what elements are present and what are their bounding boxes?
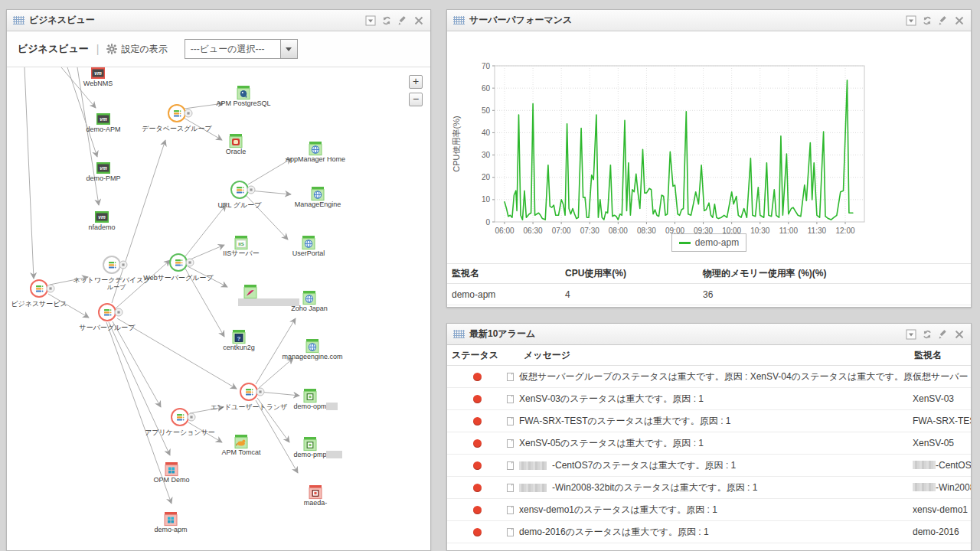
node-database-group[interactable]: データベースグループ bbox=[142, 105, 212, 132]
critical-status-icon bbox=[473, 373, 482, 381]
node-server-group[interactable]: サーバーグループ bbox=[79, 304, 136, 331]
summary-header-row: 監視名 CPU使用率(%) 物理的メモリー使用率 (%)(%) bbox=[447, 263, 971, 284]
node-centkun2g[interactable]: ?centkun2g bbox=[223, 330, 255, 351]
drag-handle-icon[interactable] bbox=[13, 16, 24, 24]
summary-monitor-name[interactable]: demo-apm bbox=[452, 289, 565, 300]
close-icon[interactable] bbox=[413, 15, 424, 26]
node-network-device-group[interactable]: ネットワークデバイスグループ bbox=[73, 256, 151, 291]
topology-canvas: vmWebNMSvmdemo-APMvmdemo-PMPvmnfademoデータ… bbox=[7, 67, 430, 550]
refresh-icon[interactable] bbox=[922, 15, 933, 26]
node-enduser-transaction[interactable]: エンドユーザートランザ bbox=[211, 383, 288, 411]
node-iis-server[interactable]: IISIISサーバー bbox=[223, 236, 259, 257]
node-url-group[interactable]: URL グループ bbox=[218, 181, 263, 209]
alarm-row[interactable]: -Win2008-32bitのステータスは重大です。原因 : 1-Win2008 bbox=[447, 477, 971, 499]
alarm-row[interactable]: demo-2016のステータスは重大です。原因 : 1demo-2016 bbox=[447, 521, 971, 543]
y-tick-label: 60 bbox=[482, 84, 491, 93]
alarm-row[interactable]: xensv-demo1のステータスは重大です。原因 : 1xensv-demo1 bbox=[447, 499, 971, 521]
node-apm-postgresql[interactable]: APM PostgreSQL bbox=[216, 86, 270, 107]
alarm-message: XenSV-03のステータスは重大です。原因 : 1 bbox=[519, 393, 704, 406]
node-application-server[interactable]: アプリケーションサー bbox=[145, 409, 215, 436]
topology-edge bbox=[185, 205, 226, 256]
node-label: URL グループ bbox=[218, 201, 263, 209]
critical-status-icon bbox=[473, 395, 482, 403]
view-select[interactable]: ---ビューの選択--- bbox=[185, 39, 298, 59]
show-settings-button[interactable]: 設定の表示 bbox=[106, 43, 167, 56]
view-select-button[interactable] bbox=[280, 40, 297, 58]
message-document-icon bbox=[507, 439, 514, 448]
collapse-icon[interactable] bbox=[906, 15, 916, 26]
y-tick-label: 30 bbox=[482, 151, 491, 159]
node-label: AppManager Home bbox=[286, 155, 345, 163]
topology-edge bbox=[188, 245, 224, 260]
svg-text:IIS: IIS bbox=[238, 242, 243, 246]
node-web-server-group[interactable]: Webサーバーグループ bbox=[143, 254, 214, 282]
node-opm-demo[interactable]: OPM Demo bbox=[153, 462, 189, 484]
node-maeda[interactable]: maeda- bbox=[304, 485, 328, 507]
node-demo-pmp[interactable]: demo-pmp bbox=[293, 437, 342, 458]
node-demo-opm[interactable]: demo-opm bbox=[293, 389, 338, 410]
critical-status-icon bbox=[473, 461, 482, 470]
node-label: demo-opm bbox=[293, 403, 326, 410]
node-manageengine[interactable]: ManageEngine bbox=[295, 187, 341, 208]
close-icon[interactable] bbox=[954, 15, 965, 26]
y-tick-label: 20 bbox=[482, 173, 491, 181]
topology-edge bbox=[77, 67, 99, 205]
y-tick-label: 50 bbox=[482, 106, 491, 115]
topology-edge bbox=[260, 392, 299, 396]
critical-status-icon bbox=[473, 528, 482, 536]
redacted-label bbox=[238, 298, 299, 306]
latest-alarms-header: 最新10アラーム bbox=[447, 324, 971, 345]
node-label: ManageEngine bbox=[295, 201, 341, 208]
message-document-icon bbox=[507, 528, 514, 536]
drag-handle-icon[interactable] bbox=[453, 330, 465, 338]
y-tick-label: 70 bbox=[482, 62, 491, 70]
node-demo-apm-2[interactable]: demo-apm bbox=[154, 512, 187, 533]
widget-title: 最新10アラーム bbox=[469, 328, 535, 341]
node-appmanager-home[interactable]: AppManager Home bbox=[286, 142, 345, 163]
close-icon[interactable] bbox=[954, 329, 965, 340]
topology-edge bbox=[250, 191, 291, 194]
node-demo-apm-vm[interactable]: vmdemo-APM bbox=[86, 113, 120, 133]
topology-edge bbox=[113, 321, 161, 407]
collapse-icon[interactable] bbox=[906, 329, 916, 340]
node-apm-tomcat[interactable]: APM Tomcat bbox=[222, 435, 261, 456]
refresh-icon[interactable] bbox=[922, 329, 933, 340]
node-label: OPM Demo bbox=[153, 476, 189, 484]
node-manageengine-com[interactable]: manageengine.com bbox=[282, 339, 342, 360]
node-masked-node[interactable] bbox=[238, 285, 299, 306]
widget-title: ビジネスビュー bbox=[29, 14, 95, 27]
edit-icon[interactable] bbox=[397, 15, 408, 26]
zoom-in-button[interactable]: + bbox=[409, 75, 423, 89]
node-label: demo-pmp bbox=[293, 451, 326, 458]
node-webnms[interactable]: vmWebNMS bbox=[83, 67, 113, 87]
alarm-row[interactable]: FWA-SRX-TESTのステータスは重大です。原因 : 1FWA-SRX-TE… bbox=[447, 410, 971, 432]
alarm-row[interactable]: -CentOS7のステータスは重大です。原因 : 1-CentOS7 bbox=[447, 455, 971, 477]
svg-text:ループ: ループ bbox=[107, 284, 126, 291]
redacted-text bbox=[913, 461, 936, 469]
alarm-row[interactable]: XenSV-05のステータスは重大です。原因 : 1XenSV-05 bbox=[447, 432, 971, 455]
node-demo-pmp-vm[interactable]: vmdemo-PMP bbox=[86, 162, 120, 182]
zoom-out-button[interactable]: − bbox=[409, 93, 423, 106]
alarm-row[interactable]: XenSV-03のステータスは重大です。原因 : 1XenSV-03 bbox=[447, 388, 971, 410]
gear-icon bbox=[106, 44, 117, 54]
edit-icon[interactable] bbox=[938, 329, 949, 340]
alarm-row[interactable]: 仮想サーバーグループのステータスは重大です。原因 : XenSV-04のステータ… bbox=[447, 366, 971, 388]
node-oracle[interactable]: Oracle bbox=[226, 134, 247, 155]
drag-handle-icon[interactable] bbox=[453, 16, 465, 24]
edit-icon[interactable] bbox=[938, 15, 949, 26]
refresh-icon[interactable] bbox=[381, 15, 392, 26]
svg-text:vm: vm bbox=[100, 165, 107, 171]
collapse-icon[interactable] bbox=[365, 15, 376, 26]
y-tick-label: 0 bbox=[485, 218, 490, 227]
topology-edge bbox=[256, 400, 298, 473]
message-document-icon bbox=[507, 417, 514, 425]
critical-status-icon bbox=[473, 439, 482, 448]
node-userportal[interactable]: UserPortal bbox=[292, 236, 325, 257]
node-label: demo-apm bbox=[154, 526, 187, 533]
node-label: エンドユーザートランザ bbox=[211, 403, 288, 411]
critical-status-icon bbox=[473, 417, 482, 425]
node-business-service[interactable]: ビジネスサービス bbox=[11, 280, 67, 308]
node-label: アプリケーションサー bbox=[145, 429, 215, 436]
node-nfademo[interactable]: vmnfademo bbox=[88, 211, 115, 231]
node-label: maeda- bbox=[304, 499, 328, 507]
